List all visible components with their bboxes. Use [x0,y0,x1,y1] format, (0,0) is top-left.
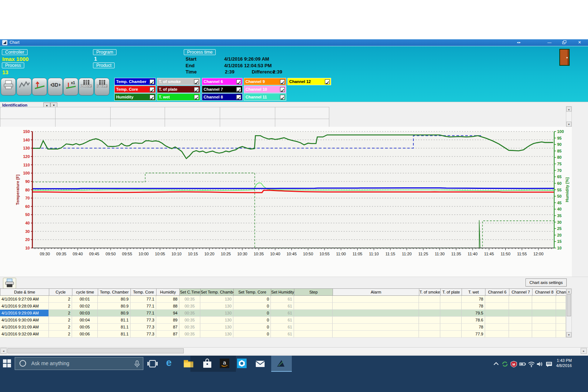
table-cell[interactable]: 87 [156,324,179,331]
table-cell[interactable]: 2 [49,310,72,317]
table-cell[interactable]: 61 [271,331,294,338]
table-cell[interactable] [556,303,566,310]
table-cell[interactable] [440,310,462,317]
table-cell[interactable] [532,324,556,331]
table-cell[interactable]: 0 [233,303,271,310]
table-cell[interactable]: 130 [200,310,233,317]
column-header-temp-chamber[interactable]: Temp. Chamber [98,288,131,296]
active-chart-app-button[interactable] [271,356,292,372]
table-cell[interactable] [556,331,566,338]
table-cell[interactable]: 0 [233,324,271,331]
table-cell[interactable]: 130 [200,303,233,310]
toolbar-x1-button[interactable]: x1 [63,78,78,96]
table-cell[interactable]: 79.5 [462,310,485,317]
table-cell[interactable]: 77.1 [130,310,156,317]
print-table-button[interactable] [3,278,16,289]
table-cell[interactable] [556,310,566,317]
table-cell[interactable] [509,310,532,317]
channel-checkbox[interactable] [194,95,199,100]
table-cell[interactable] [333,324,419,331]
minimize-button[interactable]: — [545,40,554,46]
table-cell[interactable] [532,296,556,303]
identification-cell[interactable] [275,119,329,127]
table-cell[interactable] [440,303,462,310]
table-cell[interactable]: 0 [233,331,271,338]
table-cell[interactable]: 00:05 [72,324,98,331]
sync-icon[interactable] [501,361,509,367]
table-cell[interactable] [509,331,532,338]
identification-cell[interactable] [275,107,329,119]
table-cell[interactable] [440,296,462,303]
table-cell[interactable]: 78 [462,324,485,331]
table-cell[interactable] [485,303,509,310]
scroll-down-icon[interactable]: ▼ [566,122,571,127]
table-cell[interactable] [294,331,333,338]
table-cell[interactable]: 77.1 [130,303,156,310]
table-cell[interactable]: 81.1 [98,317,130,324]
channel-checkbox[interactable] [236,95,241,100]
battery-icon[interactable] [519,361,526,367]
table-cell[interactable]: 2 [49,317,72,324]
table-cell[interactable] [294,324,333,331]
table-cell[interactable]: 0 [233,296,271,303]
channel-toggle-temp-core[interactable]: Temp. Core [114,86,156,93]
table-cell[interactable] [419,296,440,303]
table-cell[interactable]: 130 [200,331,233,338]
column-header-set-temp-core[interactable]: Set Temp. Core [233,288,271,296]
table-cell[interactable] [440,324,462,331]
column-header-cycle[interactable]: Cycle [49,288,72,296]
identification-cell[interactable] [165,107,220,119]
table-cell[interactable]: 2 [49,324,72,331]
identification-cell[interactable] [0,107,55,119]
resize-arrows-icon[interactable]: ◄► [514,40,523,46]
table-cell[interactable]: 77.3 [130,317,156,324]
channel-toggle-t-of-plate[interactable]: T. of plate [157,86,200,93]
column-header-step[interactable]: Step [294,288,333,296]
column-header-t-of-smoke[interactable]: T. of smoke [419,288,441,296]
table-cell[interactable] [419,317,440,324]
table-cell[interactable]: 81.1 [98,331,130,338]
column-header-set-c-time[interactable]: Set C.Time [179,288,201,296]
table-cell[interactable] [532,317,556,324]
table-cell[interactable]: 77.9 [462,331,485,338]
channel-toggle-channel-10[interactable]: Channel 10 [244,86,286,93]
column-header-channel-6[interactable]: Channel 6 [485,288,509,296]
table-cell[interactable]: 00:06 [72,331,98,338]
table-cell[interactable]: 61 [271,324,294,331]
table-cell[interactable]: 89 [156,317,179,324]
start-button[interactable] [3,359,12,368]
table-cell[interactable] [532,303,556,310]
table-cell[interactable]: 61 [271,303,294,310]
scrollbar-thumb[interactable] [7,348,184,353]
table-cell[interactable]: 80.9 [98,296,130,303]
column-header-channel-8[interactable]: Channel 8 [532,288,556,296]
toolbar-3d-button[interactable]: 3D [48,78,63,96]
chart-axis-settings-button[interactable]: Chart axis settings [526,278,567,287]
channel-toggle-channel-12[interactable]: Channel 12 [287,78,331,85]
microphone-icon[interactable] [135,360,140,368]
table-cell[interactable]: 00:35 [179,296,200,303]
table-cell[interactable] [485,296,509,303]
table-cell[interactable]: 77.1 [130,296,156,303]
table-cell[interactable] [485,317,509,324]
table-cell[interactable]: 4/1/2016 9:29:09 AM [0,310,49,317]
channel-checkbox[interactable] [150,87,154,92]
identification-cell[interactable] [55,107,111,119]
identification-cell[interactable] [0,119,55,127]
channel-checkbox[interactable] [325,79,330,84]
taskbar-clock[interactable]: 1:43 PM 4/8/2016 [551,358,572,368]
wifi-icon[interactable] [528,361,535,367]
table-cell[interactable] [333,331,419,338]
table-cell[interactable] [419,303,440,310]
table-cell[interactable]: 00:35 [179,317,200,324]
table-cell[interactable]: 00:35 [179,324,200,331]
table-cell[interactable]: 78 [462,303,485,310]
hidden-icons-chevron[interactable] [492,361,500,367]
toolbar-phase-button[interactable]: PHASE [79,78,94,96]
table-cell[interactable] [419,331,440,338]
channel-toggle-channel-11[interactable]: Channel 11 [244,93,286,101]
table-cell[interactable]: 0 [233,310,271,317]
column-header-set-humidity[interactable]: Set Humidity [271,288,294,296]
table-cell[interactable] [509,303,532,310]
column-header-cycle-time[interactable]: cycle time [72,288,98,296]
